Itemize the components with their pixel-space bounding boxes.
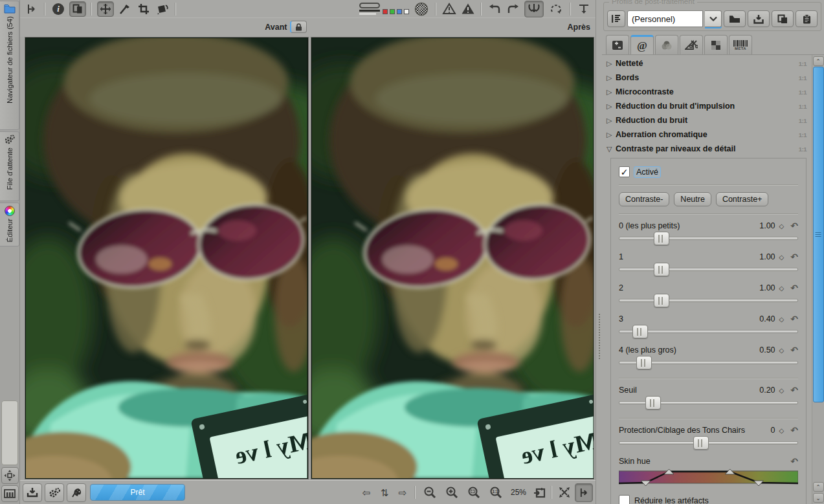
info-button[interactable]: i [50, 2, 66, 16]
copy-profile-button[interactable] [772, 10, 794, 27]
tools-scrollbar[interactable]: ⌃ ⌃ ⌄ [812, 55, 824, 504]
pan-tool-button[interactable] [575, 483, 593, 502]
crosshair-tool-button[interactable] [97, 1, 114, 17]
reset-icon[interactable]: ↶ [790, 221, 798, 230]
slider-level-2[interactable] [619, 293, 798, 309]
zoom-in-button[interactable] [442, 485, 462, 499]
tool-expander-microcontrast[interactable]: ▷ Microcontraste 1:1 [602, 85, 812, 99]
queue-image-button[interactable] [45, 483, 64, 502]
right-panel: Profils de post-traitement (Personnel) [596, 0, 824, 504]
filmstrip-toggle-button[interactable] [1, 485, 19, 502]
previous-image-button[interactable]: ⇦ [359, 485, 374, 499]
red-channel-icon[interactable] [383, 9, 388, 14]
profile-selected-value: (Personnel) [632, 14, 675, 24]
tool-expander-edges[interactable]: ▷ Bords 1:1 [602, 71, 812, 85]
reset-icon[interactable]: ↶ [790, 426, 798, 435]
histogram-channels-widget[interactable] [359, 3, 409, 15]
cbdl-enabled-checkbox[interactable]: ✓ Activé [619, 166, 798, 177]
slider-level-4[interactable] [619, 355, 798, 371]
slider-threshold[interactable] [619, 395, 798, 411]
contrast-plus-button[interactable]: Contraste+ [716, 192, 769, 206]
reset-icon[interactable]: ↶ [790, 314, 798, 323]
neutral-button[interactable]: Neutre [674, 192, 711, 206]
scroll-up-button[interactable]: ⌃ [813, 56, 824, 66]
reset-icon[interactable]: ↶ [790, 252, 798, 261]
toggle-bottom-panel-button[interactable] [576, 2, 592, 16]
hand-tool-button[interactable] [24, 2, 39, 16]
panel-splitter[interactable] [596, 0, 602, 504]
divider [619, 184, 798, 185]
sidebar-tab-queue[interactable]: File d'attente [0, 131, 19, 201]
slider-level-1[interactable] [619, 262, 798, 278]
save-image-button[interactable] [23, 483, 42, 502]
snapshot-split-button[interactable] [524, 1, 544, 17]
scroll-down-button[interactable]: ⌄ [813, 493, 824, 503]
next-image-button[interactable]: ⇨ [395, 485, 410, 499]
load-profile-button[interactable] [724, 10, 746, 27]
scroll-up-button-secondary[interactable]: ⌃ [813, 482, 824, 492]
shadow-clip-button[interactable] [460, 2, 476, 16]
straighten-tool-button[interactable] [155, 2, 170, 16]
tool-expander-chromatic-aberration[interactable]: ▷ Aberration chromatique 1:1 [602, 127, 812, 142]
reset-icon[interactable]: ↶ [790, 283, 798, 292]
crop-tool-button[interactable] [136, 2, 151, 16]
tab-color[interactable] [655, 35, 678, 54]
tab-metadata[interactable]: META [729, 35, 752, 54]
profiles-fill-mode-button[interactable] [607, 10, 625, 27]
raw-histogram-button[interactable] [412, 2, 430, 16]
redo-button[interactable] [506, 2, 521, 16]
tool-expander-noise-reduction[interactable]: ▷ Réduction du bruit 1:1 [602, 113, 812, 127]
list-icon [612, 14, 621, 23]
tool-expander-impulse-noise[interactable]: ▷ Réduction du bruit d'impulsion 1:1 [602, 99, 812, 113]
zoom-100-button[interactable]: 1:1 [486, 485, 506, 499]
tab-raw[interactable] [704, 35, 728, 54]
before-lock-button[interactable] [290, 21, 307, 33]
scrollbar-track[interactable] [813, 67, 824, 481]
detach-preview-button[interactable] [531, 485, 547, 499]
refresh-preview-button[interactable] [547, 2, 565, 16]
reset-icon[interactable]: ↶ [790, 386, 798, 395]
photo-after[interactable]: My l ve [311, 37, 595, 479]
skin-hue-curve[interactable] [619, 468, 798, 488]
sidebar-tab-editor[interactable]: Éditeur [0, 203, 19, 247]
paste-profile-button[interactable] [796, 10, 818, 27]
navigator-pad-button[interactable] [1, 467, 19, 484]
zoom-out-button[interactable] [420, 485, 440, 499]
reset-icon[interactable]: ↶ [790, 345, 798, 355]
slider-skin-protection[interactable] [619, 435, 798, 451]
toolbar-separator [436, 3, 436, 16]
sidebar-tab-file-browser[interactable]: Navigateur de fichiers (54) [0, 1, 19, 130]
contrast-minus-button[interactable]: Contraste- [619, 192, 669, 206]
tab-exposure[interactable] [606, 35, 629, 54]
fullscreen-button[interactable] [557, 485, 572, 499]
folder-open-icon [729, 15, 740, 23]
highlight-clip-button[interactable] [441, 2, 457, 16]
zoom-fit-button[interactable] [464, 485, 484, 499]
auto-diamond-icon: ◇ [779, 316, 785, 323]
send-to-editor-button[interactable] [67, 483, 86, 502]
reset-icon[interactable]: ↶ [790, 457, 798, 466]
green-channel-icon[interactable] [390, 9, 395, 14]
tool-expander-sharpening[interactable]: ▷ Netteté 1:1 [602, 56, 812, 71]
history-panel-handle[interactable] [1, 400, 18, 465]
tab-transform[interactable] [680, 35, 703, 54]
tool-expander-cbdl[interactable]: ▽ Contraste par niveaux de détail 1:1 [602, 142, 812, 156]
slider-level-3[interactable] [619, 324, 798, 340]
blue-channel-icon[interactable] [397, 9, 402, 14]
reduce-artifacts-checkbox[interactable]: ✓ Réduire les artéfacts [619, 495, 798, 504]
undo-button[interactable] [487, 2, 502, 16]
sync-filebrowser-button[interactable]: ⇅ [377, 485, 392, 499]
color-picker-button[interactable] [117, 2, 133, 16]
luma-channel-icon[interactable] [404, 9, 409, 14]
skin-hue-gradient-icon [619, 468, 798, 487]
tab-detail[interactable]: @ [630, 35, 654, 54]
before-after-toggle-button[interactable] [69, 1, 86, 17]
refresh-dashed-icon [550, 3, 562, 15]
photo-before[interactable]: My l ve [25, 37, 309, 479]
profile-dropdown-button[interactable] [705, 10, 722, 27]
profile-select[interactable]: (Personnel) [627, 10, 703, 27]
save-profile-button[interactable] [748, 10, 770, 27]
scrollbar-thumb[interactable] [813, 67, 824, 402]
slider-level-0[interactable] [619, 231, 798, 247]
auto-diamond-icon: ◇ [779, 427, 785, 434]
